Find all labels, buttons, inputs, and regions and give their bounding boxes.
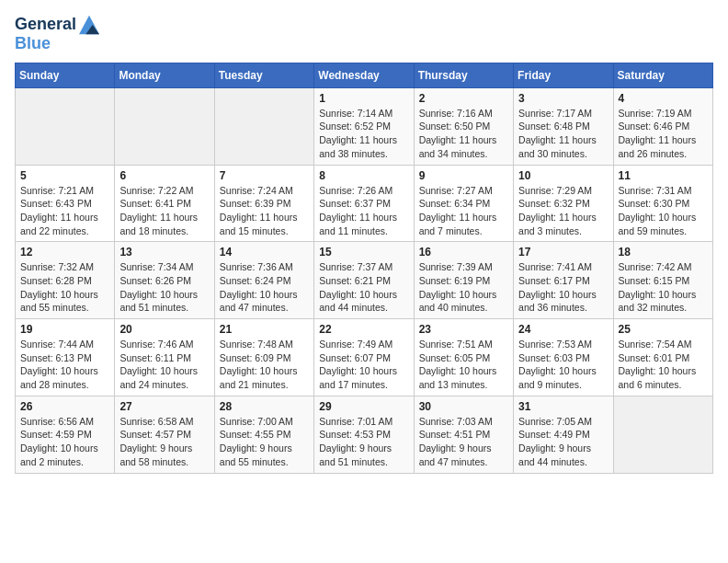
day-number: 7 [220, 169, 309, 182]
day-number: 27 [119, 400, 209, 413]
day-cell: 22Sunrise: 7:49 AM Sunset: 6:07 PM Dayli… [314, 319, 414, 396]
weekday-header-monday: Monday [115, 63, 214, 87]
day-number: 3 [518, 92, 608, 105]
day-cell: 25Sunrise: 7:54 AM Sunset: 6:01 PM Dayli… [613, 319, 712, 396]
day-number: 18 [619, 246, 708, 259]
day-number: 10 [518, 169, 608, 182]
day-number: 20 [119, 323, 209, 336]
day-info: Sunrise: 7:41 AM Sunset: 6:17 PM Dayligh… [518, 260, 608, 315]
day-cell: 23Sunrise: 7:51 AM Sunset: 6:05 PM Dayli… [414, 319, 513, 396]
day-number: 24 [518, 323, 608, 336]
day-info: Sunrise: 7:49 AM Sunset: 6:07 PM Dayligh… [319, 338, 408, 392]
day-number: 13 [119, 246, 209, 259]
day-info: Sunrise: 7:17 AM Sunset: 6:48 PM Dayligh… [518, 107, 608, 161]
day-cell: 30Sunrise: 7:03 AM Sunset: 4:51 PM Dayli… [414, 396, 513, 473]
day-info: Sunrise: 7:29 AM Sunset: 6:32 PM Dayligh… [518, 184, 608, 238]
day-info: Sunrise: 7:54 AM Sunset: 6:01 PM Dayligh… [619, 338, 708, 392]
day-cell: 9Sunrise: 7:27 AM Sunset: 6:34 PM Daylig… [414, 165, 513, 242]
day-number: 30 [419, 400, 508, 413]
day-info: Sunrise: 7:51 AM Sunset: 6:05 PM Dayligh… [419, 338, 508, 392]
day-cell: 3Sunrise: 7:17 AM Sunset: 6:48 PM Daylig… [514, 87, 613, 165]
day-number: 1 [319, 92, 408, 105]
day-info: Sunrise: 7:31 AM Sunset: 6:30 PM Dayligh… [619, 184, 708, 238]
day-number: 16 [419, 246, 508, 259]
day-cell: 13Sunrise: 7:34 AM Sunset: 6:26 PM Dayli… [115, 242, 214, 319]
day-info: Sunrise: 7:34 AM Sunset: 6:26 PM Dayligh… [119, 260, 209, 315]
day-cell: 27Sunrise: 6:58 AM Sunset: 4:57 PM Dayli… [115, 396, 214, 473]
page-header: GeneralBlue [15, 15, 713, 53]
day-info: Sunrise: 7:14 AM Sunset: 6:52 PM Dayligh… [319, 107, 408, 161]
day-cell: 31Sunrise: 7:05 AM Sunset: 4:49 PM Dayli… [514, 396, 613, 473]
day-info: Sunrise: 7:01 AM Sunset: 4:53 PM Dayligh… [319, 415, 408, 469]
day-info: Sunrise: 7:22 AM Sunset: 6:41 PM Dayligh… [119, 184, 209, 238]
day-info: Sunrise: 7:03 AM Sunset: 4:51 PM Dayligh… [419, 415, 508, 469]
day-cell: 28Sunrise: 7:00 AM Sunset: 4:55 PM Dayli… [214, 396, 313, 473]
day-cell: 11Sunrise: 7:31 AM Sunset: 6:30 PM Dayli… [613, 165, 712, 242]
day-info: Sunrise: 7:21 AM Sunset: 6:43 PM Dayligh… [20, 184, 109, 238]
day-info: Sunrise: 7:00 AM Sunset: 4:55 PM Dayligh… [220, 415, 309, 469]
day-cell: 18Sunrise: 7:42 AM Sunset: 6:15 PM Dayli… [613, 242, 712, 319]
day-number: 5 [20, 169, 109, 182]
weekday-header-friday: Friday [514, 63, 613, 87]
day-cell: 12Sunrise: 7:32 AM Sunset: 6:28 PM Dayli… [16, 242, 115, 319]
weekday-header-sunday: Sunday [16, 63, 115, 87]
day-cell: 10Sunrise: 7:29 AM Sunset: 6:32 PM Dayli… [514, 165, 613, 242]
day-number: 11 [619, 169, 708, 182]
day-number: 9 [419, 169, 508, 182]
day-cell: 29Sunrise: 7:01 AM Sunset: 4:53 PM Dayli… [314, 396, 414, 473]
day-cell [613, 396, 712, 473]
day-info: Sunrise: 7:24 AM Sunset: 6:39 PM Dayligh… [220, 184, 309, 238]
day-info: Sunrise: 7:44 AM Sunset: 6:13 PM Dayligh… [20, 338, 109, 392]
weekday-header-saturday: Saturday [613, 63, 712, 87]
week-row-4: 19Sunrise: 7:44 AM Sunset: 6:13 PM Dayli… [16, 319, 713, 396]
weekday-header-tuesday: Tuesday [214, 63, 313, 87]
day-cell: 2Sunrise: 7:16 AM Sunset: 6:50 PM Daylig… [414, 87, 513, 165]
day-cell: 5Sunrise: 7:21 AM Sunset: 6:43 PM Daylig… [16, 165, 115, 242]
day-cell: 26Sunrise: 6:56 AM Sunset: 4:59 PM Dayli… [16, 396, 115, 473]
day-cell: 8Sunrise: 7:26 AM Sunset: 6:37 PM Daylig… [314, 165, 414, 242]
week-row-2: 5Sunrise: 7:21 AM Sunset: 6:43 PM Daylig… [16, 165, 713, 242]
day-cell: 15Sunrise: 7:37 AM Sunset: 6:21 PM Dayli… [314, 242, 414, 319]
day-cell [16, 87, 115, 165]
day-info: Sunrise: 6:56 AM Sunset: 4:59 PM Dayligh… [20, 415, 109, 469]
weekday-header-wednesday: Wednesday [314, 63, 414, 87]
day-number: 28 [220, 400, 309, 413]
day-number: 19 [20, 323, 109, 336]
calendar: SundayMondayTuesdayWednesdayThursdayFrid… [15, 63, 713, 474]
day-cell [115, 87, 214, 165]
day-info: Sunrise: 7:42 AM Sunset: 6:15 PM Dayligh… [619, 260, 708, 315]
day-number: 29 [319, 400, 408, 413]
day-cell: 14Sunrise: 7:36 AM Sunset: 6:24 PM Dayli… [214, 242, 313, 319]
day-number: 17 [518, 246, 608, 259]
day-cell: 19Sunrise: 7:44 AM Sunset: 6:13 PM Dayli… [16, 319, 115, 396]
day-info: Sunrise: 7:05 AM Sunset: 4:49 PM Dayligh… [518, 415, 608, 469]
week-row-1: 1Sunrise: 7:14 AM Sunset: 6:52 PM Daylig… [16, 87, 713, 165]
weekday-header-row: SundayMondayTuesdayWednesdayThursdayFrid… [16, 63, 713, 87]
day-cell [214, 87, 313, 165]
day-number: 22 [319, 323, 408, 336]
day-info: Sunrise: 7:36 AM Sunset: 6:24 PM Dayligh… [220, 260, 309, 315]
day-cell: 21Sunrise: 7:48 AM Sunset: 6:09 PM Dayli… [214, 319, 313, 396]
weekday-header-thursday: Thursday [414, 63, 513, 87]
day-info: Sunrise: 7:26 AM Sunset: 6:37 PM Dayligh… [319, 184, 408, 238]
day-number: 4 [619, 92, 708, 105]
day-number: 26 [20, 400, 109, 413]
day-info: Sunrise: 6:58 AM Sunset: 4:57 PM Dayligh… [119, 415, 209, 469]
day-info: Sunrise: 7:39 AM Sunset: 6:19 PM Dayligh… [419, 260, 508, 315]
day-cell: 20Sunrise: 7:46 AM Sunset: 6:11 PM Dayli… [115, 319, 214, 396]
day-cell: 1Sunrise: 7:14 AM Sunset: 6:52 PM Daylig… [314, 87, 414, 165]
week-row-3: 12Sunrise: 7:32 AM Sunset: 6:28 PM Dayli… [16, 242, 713, 319]
day-number: 23 [419, 323, 508, 336]
day-cell: 16Sunrise: 7:39 AM Sunset: 6:19 PM Dayli… [414, 242, 513, 319]
day-cell: 17Sunrise: 7:41 AM Sunset: 6:17 PM Dayli… [514, 242, 613, 319]
day-info: Sunrise: 7:16 AM Sunset: 6:50 PM Dayligh… [419, 107, 508, 161]
day-info: Sunrise: 7:53 AM Sunset: 6:03 PM Dayligh… [518, 338, 608, 392]
day-cell: 4Sunrise: 7:19 AM Sunset: 6:46 PM Daylig… [613, 87, 712, 165]
day-number: 31 [518, 400, 608, 413]
day-number: 12 [20, 246, 109, 259]
day-info: Sunrise: 7:27 AM Sunset: 6:34 PM Dayligh… [419, 184, 508, 238]
day-number: 6 [119, 169, 209, 182]
day-cell: 7Sunrise: 7:24 AM Sunset: 6:39 PM Daylig… [214, 165, 313, 242]
day-info: Sunrise: 7:48 AM Sunset: 6:09 PM Dayligh… [220, 338, 309, 392]
day-cell: 24Sunrise: 7:53 AM Sunset: 6:03 PM Dayli… [514, 319, 613, 396]
